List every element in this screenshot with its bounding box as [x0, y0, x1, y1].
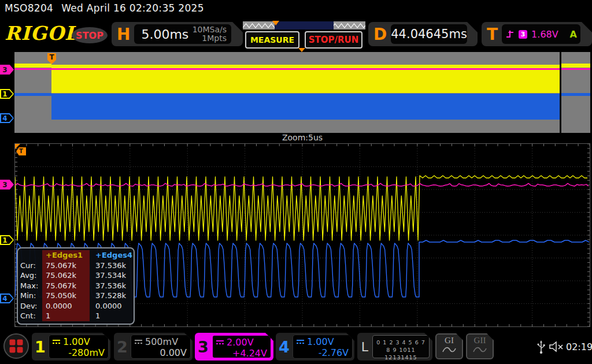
- channel1-offset: -280mV: [53, 347, 105, 358]
- channel3-number: 3: [195, 333, 212, 361]
- ch4-marker-overview[interactable]: 4: [0, 113, 14, 123]
- ch1-marker-main[interactable]: 1: [0, 235, 14, 245]
- channel2-number: 2: [114, 333, 131, 361]
- meas-row-label: Min:: [20, 291, 42, 301]
- acquisition-info: 10MSa/s 1Mpts: [193, 25, 231, 43]
- trigger-label: T: [482, 25, 502, 44]
- dc-coupling-icon: [297, 339, 304, 344]
- horizontal-label: H: [112, 25, 134, 44]
- channel1-scale: 1.00V: [63, 336, 90, 347]
- status-bar: MSO8204Wed April 16 02:20:35 2025: [5, 2, 204, 14]
- horizontal-section[interactable]: H 5.00ms 10MSa/s 1Mpts: [112, 22, 243, 46]
- menu-button[interactable]: [3, 333, 29, 359]
- overview-trigger-marker[interactable]: T: [47, 53, 56, 64]
- meas-value: 1: [90, 311, 128, 321]
- run-state-badge[interactable]: STOP: [72, 27, 108, 43]
- ch4-band: [51, 94, 560, 120]
- meas-row-label: Avg:: [20, 270, 42, 281]
- rigol-logo: RIGOL: [5, 22, 79, 44]
- zoom-scale-label: Zoom:5us: [14, 133, 590, 142]
- meas-row-label: Max:: [20, 281, 42, 291]
- memory-window: [275, 21, 334, 29]
- ch4-marker-main[interactable]: 4: [0, 294, 14, 303]
- meas-row-label: Cur:: [20, 261, 42, 271]
- channel2-scale: 500mV: [145, 336, 178, 347]
- ch4-post-trace: [561, 93, 590, 96]
- channel4-box[interactable]: 4 1.00V -2.76V: [276, 333, 354, 361]
- ch1-pre-trace: [14, 64, 51, 68]
- channel2-box[interactable]: 2 500mV 0.00V: [114, 333, 193, 361]
- meas-value: 1: [42, 311, 90, 321]
- trigger-mode: A: [570, 29, 577, 40]
- meas-value: 37.536k: [90, 281, 128, 291]
- usb-icon: [537, 340, 546, 354]
- delay-label: D: [368, 25, 391, 44]
- meas-row-label: Dev:: [20, 301, 42, 311]
- menu-grid-icon: [10, 340, 23, 353]
- model-name: MSO8204: [5, 2, 53, 14]
- memory-depth: 1Mpts: [202, 34, 227, 43]
- generator1-box[interactable]: GI: [435, 333, 463, 359]
- ch3-marker-overview[interactable]: 3: [0, 65, 14, 75]
- channel2-offset: 0.00V: [135, 347, 187, 358]
- timebase-value: 5.00ms: [134, 27, 192, 42]
- dc-coupling-icon: [135, 339, 142, 344]
- trigger-slope-icon: [505, 29, 515, 39]
- ch3-trace-overview: [14, 68, 590, 70]
- delay-section[interactable]: D 44.04645ms: [368, 22, 478, 46]
- meas-value: 37.528k: [90, 291, 128, 301]
- dc-coupling-icon: [53, 339, 60, 344]
- meas-value: 75.050k: [42, 291, 90, 301]
- meas-col2-title: +Edges4: [90, 250, 128, 261]
- channel1-number: 1: [32, 333, 49, 361]
- meas-value: 75.062k: [42, 270, 90, 281]
- ch3-marker-main[interactable]: 3: [0, 180, 14, 190]
- oscilloscope-screen: MSO8204Wed April 16 02:20:35 2025 RIGOL …: [0, 0, 592, 364]
- waveform-plot: T +Edges1 +Edges4 Cur: 75.067k 37.536k A…: [14, 143, 590, 327]
- logic-channel-numbers: 0 1 2 3 4 5 6 7 8 9 1011 12131415: [372, 335, 430, 358]
- sine-icon: [442, 346, 457, 354]
- meas-value: 37.536k: [90, 261, 128, 271]
- ch1-post-trace: [561, 64, 590, 68]
- generator2-box[interactable]: GII: [466, 333, 494, 359]
- clock: 02:19: [566, 341, 592, 352]
- channel1-box[interactable]: 1 1.00V -280mV: [32, 333, 110, 361]
- channel3-box[interactable]: 3 2.00V +4.24V: [195, 333, 273, 361]
- meas-value: 75.067k: [42, 281, 90, 291]
- record-overview[interactable]: T: [14, 52, 590, 133]
- memory-position-strip[interactable]: [243, 21, 365, 29]
- trigger-source-badge: 3: [519, 30, 527, 39]
- stop-run-button[interactable]: STOP/RUN: [305, 31, 362, 49]
- speaker-muted-icon[interactable]: [549, 341, 564, 352]
- trigger-section[interactable]: T 3 1.68V A: [482, 22, 592, 46]
- meas-value: 0.0000: [90, 301, 128, 311]
- meas-value: 0.0000: [42, 301, 90, 311]
- sample-rate: 10MSa/s: [193, 25, 227, 34]
- trigger-level-value: 1.68V: [531, 29, 558, 40]
- meas-value: 75.067k: [42, 261, 90, 271]
- channel4-number: 4: [276, 333, 293, 361]
- channel4-scale: 1.00V: [307, 336, 334, 347]
- channel3-scale: 2.00V: [227, 337, 254, 348]
- sine-icon: [472, 346, 487, 354]
- generator2-label: GII: [467, 336, 493, 346]
- generator1-label: GI: [436, 336, 462, 346]
- datetime: Wed April 16 02:20:35 2025: [61, 2, 204, 14]
- meas-row-label: Cnt:: [20, 311, 42, 321]
- measure-button[interactable]: MEASURE: [245, 31, 299, 49]
- ch4-pre-trace: [14, 93, 51, 96]
- dc-coupling-icon: [216, 340, 224, 345]
- memory-trigger-marker-icon[interactable]: [272, 21, 279, 25]
- channel4-offset: -2.76V: [297, 347, 349, 358]
- logic-channels-box[interactable]: L 0 1 2 3 4 5 6 7 8 9 1011 12131415: [357, 333, 432, 361]
- ch1-marker-overview[interactable]: 1: [0, 89, 14, 99]
- channel3-offset: +4.24V: [216, 348, 267, 359]
- meas-value: 37.534k: [90, 270, 128, 281]
- measurement-panel: +Edges1 +Edges4 Cur: 75.067k 37.536k Avg…: [17, 247, 135, 325]
- trigger-position-icon[interactable]: [298, 48, 305, 52]
- delay-value: 44.04645ms: [391, 27, 467, 41]
- logic-label: L: [357, 333, 372, 361]
- meas-col1-title: +Edges1: [42, 250, 90, 261]
